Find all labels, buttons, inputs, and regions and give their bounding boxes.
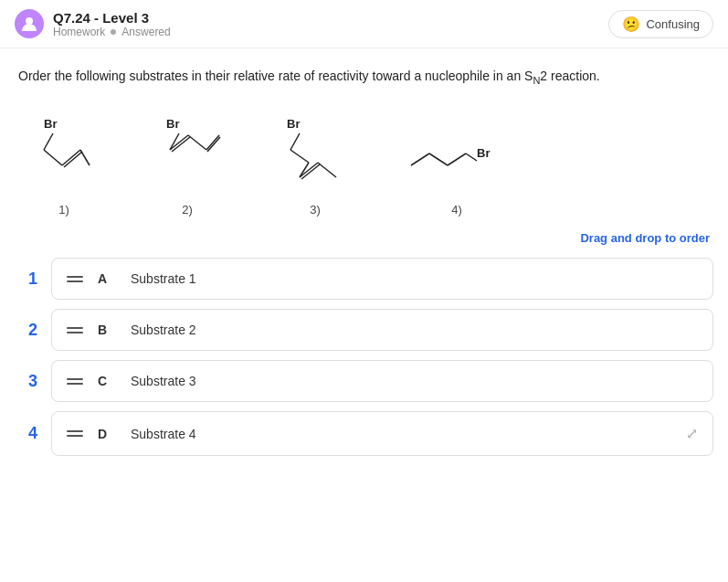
svg-line-18: [300, 163, 318, 177]
drag-letter-4: D: [98, 427, 116, 441]
drag-letter-3: C: [98, 374, 116, 388]
avatar: [15, 9, 44, 38]
drag-substrate-3: Substrate 3: [131, 374, 196, 388]
svg-line-12: [206, 135, 219, 150]
status-label: Answered: [121, 26, 170, 38]
question-end-text: 2 reaction.: [540, 69, 599, 83]
drag-number-1: 1: [15, 270, 51, 289]
svg-text:Br: Br: [166, 117, 179, 131]
subtitle: Homework Answered: [53, 26, 171, 38]
question-text: Order the following substrates in their …: [18, 67, 710, 88]
svg-line-6: [80, 150, 90, 165]
molecule-1-label: 1): [58, 203, 69, 217]
drag-handle-2[interactable]: [67, 327, 83, 333]
svg-text:Br: Br: [287, 117, 300, 131]
drag-card-1[interactable]: A Substrate 1: [51, 258, 713, 300]
drag-card-2[interactable]: B Substrate 2: [51, 309, 713, 351]
svg-text:Br: Br: [44, 117, 57, 131]
drag-substrate-2: Substrate 2: [131, 323, 196, 337]
molecule-2: Br 2): [146, 115, 228, 217]
drag-items-container: 1 A Substrate 1 2 B Substrate 2 3: [0, 258, 728, 456]
svg-line-9: [170, 135, 188, 150]
drag-number-4: 4: [15, 424, 51, 443]
confusing-button[interactable]: 😕 Confusing: [608, 10, 713, 38]
drag-letter-1: A: [98, 271, 116, 286]
drag-letter-2: B: [98, 323, 116, 337]
title-block: Q7.24 - Level 3 Homework Answered: [53, 10, 171, 38]
header: Q7.24 - Level 3 Homework Answered 😕 Conf…: [0, 0, 728, 48]
svg-line-20: [318, 163, 336, 177]
molecule-1-svg: Br: [18, 115, 110, 197]
drag-card-3[interactable]: C Substrate 3: [51, 360, 713, 402]
svg-point-0: [26, 17, 33, 25]
molecule-2-svg: Br: [146, 115, 228, 197]
drag-handle-1[interactable]: [67, 276, 83, 282]
confusing-label: Confusing: [646, 17, 700, 31]
svg-line-4: [62, 150, 80, 165]
svg-line-25: [466, 153, 477, 161]
drag-row-2: 2 B Substrate 2: [15, 309, 713, 351]
svg-text:Br: Br: [477, 146, 490, 160]
molecule-4-label: 4): [451, 203, 462, 217]
header-left: Q7.24 - Level 3 Homework Answered: [15, 9, 171, 38]
svg-line-16: [290, 150, 309, 163]
molecules-row: Br 1) Br 2) Br: [0, 115, 728, 226]
question-main-text: Order the following substrates in their …: [18, 69, 533, 83]
svg-line-13: [207, 137, 220, 152]
molecule-3-label: 3): [310, 203, 321, 217]
molecule-3-svg: Br: [265, 115, 365, 197]
drag-row-4: 4 D Substrate 4 ⤢: [15, 411, 713, 456]
svg-line-23: [429, 153, 448, 165]
molecule-1: Br 1): [18, 115, 110, 217]
dot-separator: [111, 29, 116, 35]
molecule-4: Br 4): [402, 115, 512, 217]
question-area: Order the following substrates in their …: [0, 48, 728, 115]
drag-row-1: 1 A Substrate 1: [15, 258, 713, 300]
drag-handle-4[interactable]: [67, 430, 83, 437]
homework-label: Homework: [53, 26, 105, 38]
svg-line-11: [188, 135, 206, 150]
svg-line-10: [172, 137, 190, 152]
molecule-3: Br 3): [265, 115, 365, 217]
molecule-4-svg: Br: [402, 115, 512, 197]
drag-number-2: 2: [15, 321, 51, 340]
svg-line-2: [44, 133, 53, 150]
drag-substrate-1: Substrate 1: [131, 271, 196, 286]
page-title: Q7.24 - Level 3: [53, 10, 171, 26]
drag-handle-3[interactable]: [67, 378, 83, 385]
drag-card-4[interactable]: D Substrate 4 ⤢: [51, 411, 713, 456]
drag-hint-text: Drag and drop to order: [580, 231, 710, 245]
molecule-2-label: 2): [182, 203, 193, 217]
svg-line-15: [290, 133, 300, 150]
drag-row-3: 3 C Substrate 3: [15, 360, 713, 402]
expand-icon[interactable]: ⤢: [686, 425, 698, 442]
svg-line-19: [301, 164, 320, 179]
drag-substrate-4: Substrate 4: [131, 427, 196, 441]
confusing-emoji: 😕: [622, 16, 640, 33]
svg-line-3: [44, 150, 62, 165]
drag-drop-hint: Drag and drop to order: [0, 226, 728, 258]
svg-line-22: [411, 153, 429, 165]
svg-line-24: [448, 153, 466, 165]
drag-number-3: 3: [15, 372, 51, 391]
svg-line-5: [64, 152, 82, 167]
